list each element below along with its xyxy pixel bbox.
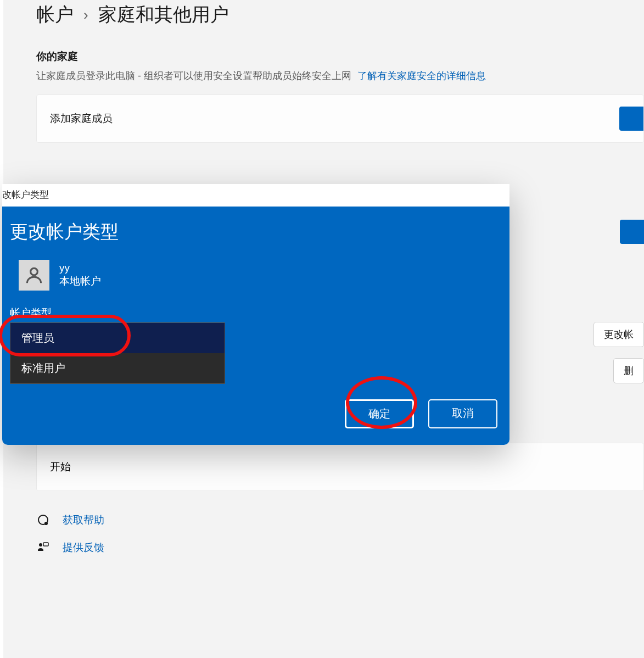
add-family-card[interactable]: 添加家庭成员 (36, 94, 644, 143)
add-family-label: 添加家庭成员 (50, 113, 113, 124)
dialog-heading: 更改帐户类型 (10, 220, 502, 244)
cancel-button[interactable]: 取消 (428, 399, 497, 428)
feedback-icon (36, 541, 49, 554)
breadcrumb-parent[interactable]: 帐户 (36, 2, 74, 27)
chevron-right-icon: › (83, 7, 88, 24)
option-standard[interactable]: 标准用户 (10, 353, 225, 383)
add-other-user-button[interactable] (620, 220, 644, 244)
add-button[interactable] (619, 107, 643, 131)
family-desc-text: 让家庭成员登录此电脑 - 组织者可以使用安全设置帮助成员始终安全上网 (36, 70, 351, 81)
help-icon: ? (36, 514, 49, 527)
breadcrumb: 帐户 › 家庭和其他用户 (36, 2, 644, 27)
breadcrumb-current: 家庭和其他用户 (98, 2, 229, 27)
get-help-link[interactable]: ? 获取帮助 (36, 513, 644, 527)
dialog-titlebar: 改帐户类型 (2, 184, 509, 207)
ok-button[interactable]: 确定 (345, 399, 414, 428)
change-account-type-button[interactable]: 更改帐 (593, 322, 644, 347)
svg-point-2 (39, 543, 42, 547)
feedback-label: 提供反馈 (63, 540, 104, 555)
kiosk-start-label: 开始 (50, 461, 71, 472)
family-learn-more-link[interactable]: 了解有关家庭安全的详细信息 (357, 70, 486, 81)
feedback-link[interactable]: 提供反馈 (36, 540, 644, 555)
account-type-label: 帐户类型 (10, 306, 502, 320)
family-section-desc: 让家庭成员登录此电脑 - 组织者可以使用安全设置帮助成员始终安全上网 了解有关家… (36, 69, 644, 82)
kiosk-start-card[interactable]: 开始 (36, 443, 644, 491)
account-type-dropdown[interactable]: 管理员 标准用户 (10, 322, 225, 384)
family-section-title: 你的家庭 (36, 49, 644, 64)
svg-text:?: ? (46, 522, 47, 525)
dialog-user-sub: 本地帐户 (59, 274, 101, 288)
dialog-user-name: yy (59, 262, 101, 274)
svg-point-4 (31, 268, 38, 275)
user-avatar-icon (19, 260, 49, 291)
option-admin[interactable]: 管理员 (10, 323, 225, 353)
remove-account-button[interactable]: 删 (613, 358, 644, 383)
svg-rect-3 (43, 543, 48, 546)
change-account-type-dialog: 改帐户类型 更改帐户类型 yy 本地帐户 帐户类型 管理员 标准用户 确定 取消 (2, 184, 509, 445)
get-help-label: 获取帮助 (63, 513, 104, 527)
